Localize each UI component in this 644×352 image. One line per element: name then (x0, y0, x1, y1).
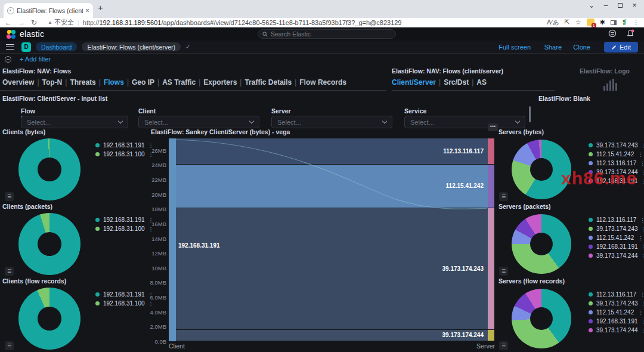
sankey-options-button[interactable]: ••• (488, 123, 498, 131)
legend-actions-icon[interactable]: ⋮ (642, 319, 644, 325)
legend-item[interactable]: 112.13.116.117⋮ (589, 215, 643, 224)
bookmark-star-icon[interactable]: ☆ (575, 18, 581, 26)
nav-link-overview[interactable]: Overview (2, 78, 34, 87)
window-maximize-button[interactable] (613, 1, 627, 10)
forward-icon[interactable]: → (18, 18, 25, 27)
legend-item[interactable]: 192.168.31.191⋮ (589, 242, 643, 251)
nav-link-geo-ip[interactable]: Geo IP (132, 78, 154, 87)
nav-link-client-server[interactable]: Client/Server (392, 78, 436, 87)
legend-item[interactable]: 192.168.31.191⋮ (589, 317, 643, 326)
legend-toggle-icon[interactable]: ☰ (499, 192, 508, 201)
sidebar-icon[interactable] (611, 19, 617, 26)
sankey-flow-39.173.174.244[interactable] (176, 330, 488, 341)
sankey-server-node-39.173.174.244[interactable] (488, 330, 494, 341)
legend-label: 192.168.31.100 (103, 151, 145, 158)
select-client[interactable]: Select... (138, 116, 259, 128)
legend-actions-icon[interactable]: ⋮ (642, 244, 644, 250)
url-host: 192.168.31.189:5601 (99, 19, 161, 26)
window-minimize-button[interactable]: – (599, 1, 613, 10)
legend-toggle-icon[interactable]: ☰ (5, 192, 14, 201)
legend-actions-icon[interactable]: ⋮ (642, 169, 644, 175)
legend-toggle-icon[interactable]: ☰ (5, 267, 14, 276)
nav-link-threats[interactable]: Threats (70, 78, 95, 87)
window-chevron-icon[interactable]: ⌄ (584, 1, 599, 10)
sankey-server-node-39.173.174.243[interactable] (488, 208, 494, 329)
back-icon[interactable]: ← (5, 18, 12, 27)
legend-item[interactable]: 112.15.41.242⋮ (589, 308, 643, 317)
legend-item[interactable]: 112.13.116.117⋮ (589, 159, 643, 168)
legend-toggle-icon[interactable]: ☰ (499, 267, 508, 276)
sankey-flow-39.173.174.243[interactable] (176, 208, 488, 329)
legend-item[interactable]: 192.168.31.100⋮ (95, 224, 145, 233)
legend-actions-icon[interactable]: ⋮ (642, 301, 644, 307)
legend-actions-icon[interactable]: ⋮ (638, 310, 643, 316)
extension-green-icon[interactable]: ❡ (622, 18, 627, 26)
deployment-icon[interactable] (608, 29, 617, 40)
legend-item[interactable]: 192.168.31.191⋮ (95, 215, 145, 224)
sankey-flow-112.13.116.117[interactable] (176, 138, 488, 164)
sankey-server-node-112.15.41.242[interactable] (488, 165, 494, 208)
reload-icon[interactable]: ↻ (31, 18, 37, 27)
add-filter-button[interactable]: + Add filter (20, 55, 51, 63)
legend-item[interactable]: 192.168.31.100⋮ (95, 299, 145, 308)
new-tab-button[interactable]: + (98, 2, 103, 13)
legend-item[interactable]: 112.15.41.242⋮ (589, 150, 643, 159)
breadcrumb-dashboard[interactable]: Dashboard (36, 42, 77, 51)
sankey-client-node[interactable] (169, 138, 176, 341)
panel-scrollbar[interactable] (529, 106, 531, 122)
nav-link-as[interactable]: AS (476, 78, 487, 87)
nav-link-flow-records[interactable]: Flow Records (299, 78, 346, 87)
edit-button[interactable]: Edit (604, 42, 638, 53)
url-field[interactable]: ▲ 不安全 | http://192.168.31.189:5601/app/d… (43, 18, 541, 27)
legend-actions-icon[interactable]: ⋮ (642, 328, 644, 334)
legend-actions-icon[interactable]: ⋮ (640, 160, 644, 166)
legend-toggle-icon[interactable]: ☰ (499, 341, 508, 350)
nav-link-as-traffic[interactable]: AS Traffic (162, 78, 196, 87)
window-close-button[interactable]: × (627, 1, 642, 10)
alerts-bell-icon[interactable] (626, 29, 634, 40)
space-badge[interactable]: D (21, 42, 31, 52)
share-icon[interactable]: ⇱ (564, 18, 569, 26)
browser-tab[interactable]: ElastiFlow: Flows (client/serve × (4, 3, 93, 18)
legend-actions-icon[interactable]: ⋮ (642, 178, 644, 184)
nav-link-flows[interactable]: Flows (104, 78, 124, 87)
search-input[interactable]: Search Elastic (258, 29, 396, 39)
nav-link-traffic-details[interactable]: Traffic Details (244, 78, 292, 87)
legend-item[interactable]: 39.173.174.243⋮ (589, 299, 643, 308)
menu-hamburger-icon[interactable] (6, 42, 14, 51)
select-server[interactable]: Select... (271, 116, 392, 128)
share-button[interactable]: Share (544, 44, 562, 51)
legend-actions-icon[interactable]: ⋮ (642, 143, 644, 149)
legend-item[interactable]: 39.173.174.244⋮ (589, 251, 643, 260)
browser-menu-icon[interactable]: ⋮ (633, 18, 639, 26)
nav-link-src-dst[interactable]: Src/Dst (444, 78, 469, 87)
translate-icon[interactable]: A⁄あ (547, 18, 559, 27)
sankey-flow-112.15.41.242[interactable] (176, 165, 488, 208)
extension-icon[interactable]: ✱ (600, 18, 605, 26)
legend-item[interactable]: 112.13.116.117⋮ (589, 290, 643, 299)
legend-item[interactable]: 192.168.31.100⋮ (95, 150, 145, 159)
legend-item[interactable]: 192.168.31.191⋮ (95, 141, 145, 150)
filter-icon[interactable] (5, 56, 11, 63)
legend-actions-icon[interactable]: ⋮ (640, 292, 644, 298)
legend-item[interactable]: 192.168.31.191⋮ (95, 290, 145, 299)
tab-close-icon[interactable]: × (85, 7, 89, 15)
sankey-server-node-112.13.116.117[interactable] (488, 138, 494, 164)
legend-item[interactable]: 39.173.174.244⋮ (589, 326, 643, 335)
extension-badge-icon[interactable]: 1 (587, 18, 595, 26)
legend-actions-icon[interactable]: ⋮ (638, 152, 643, 158)
legend-toggle-icon[interactable]: ☰ (5, 341, 14, 350)
legend-item[interactable]: 112.15.41.242⋮ (589, 233, 643, 242)
full-screen-button[interactable]: Full screen (499, 44, 531, 51)
clone-button[interactable]: Clone (573, 44, 590, 51)
legend-actions-icon[interactable]: ⋮ (642, 226, 644, 232)
legend-item[interactable]: 39.173.174.243⋮ (589, 224, 643, 233)
legend-actions-icon[interactable]: ⋮ (640, 217, 644, 223)
nav-link-exporters[interactable]: Exporters (203, 78, 237, 87)
legend-dot-icon (589, 236, 593, 240)
legend-actions-icon[interactable]: ⋮ (638, 235, 643, 241)
nav-link-top-n[interactable]: Top-N (42, 78, 63, 87)
legend-dot-icon (589, 152, 593, 156)
legend-item[interactable]: 39.173.174.243⋮ (589, 141, 643, 150)
legend-actions-icon[interactable]: ⋮ (642, 253, 644, 259)
